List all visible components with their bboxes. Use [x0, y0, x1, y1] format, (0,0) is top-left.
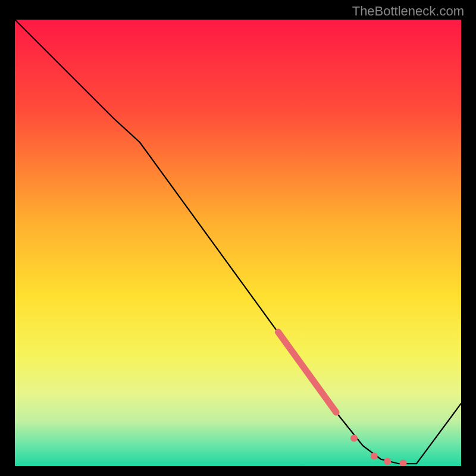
watermark-text: TheBottleneck.com — [352, 4, 464, 19]
chart-svg — [15, 20, 461, 466]
plot-area — [15, 20, 461, 466]
dot-2 — [371, 453, 378, 460]
dot-1 — [350, 435, 358, 442]
dot-3 — [384, 458, 391, 465]
chart-container: TheBottleneck.com — [0, 0, 476, 476]
